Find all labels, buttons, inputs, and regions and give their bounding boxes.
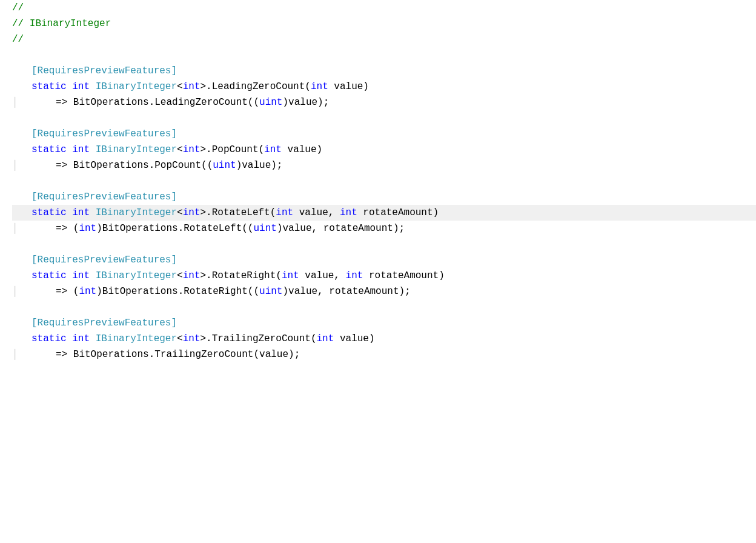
code-line: [12, 47, 756, 63]
code-line: [RequiresPreviewFeatures]: [12, 63, 756, 79]
code-content[interactable]: // // IBinaryInteger // [RequiresPreview…: [0, 0, 756, 543]
code-line: [12, 236, 756, 252]
code-line: static int IBinaryInteger<int>.TrailingZ…: [12, 331, 756, 347]
code-line: [RequiresPreviewFeatures]: [12, 126, 756, 142]
code-line: [RequiresPreviewFeatures]: [12, 315, 756, 331]
code-line: │=> (int)BitOperations.RotateRight((uint…: [12, 284, 756, 299]
code-line: // IBinaryInteger: [12, 16, 756, 32]
code-editor: // // IBinaryInteger // [RequiresPreview…: [0, 0, 756, 543]
code-line: //: [12, 32, 756, 47]
code-line: [RequiresPreviewFeatures]: [12, 189, 756, 205]
code-line: [12, 299, 756, 315]
code-line: static int IBinaryInteger<int>.LeadingZe…: [12, 79, 756, 95]
code-line: [12, 110, 756, 126]
code-line: [RequiresPreviewFeatures]: [12, 252, 756, 268]
code-line: //: [12, 0, 756, 16]
code-line-highlighted: static int IBinaryInteger<int>.RotateLef…: [12, 205, 756, 221]
code-line: static int IBinaryInteger<int>.PopCount(…: [12, 142, 756, 158]
code-line: │=> (int)BitOperations.RotateLeft((uint)…: [12, 221, 756, 236]
code-line: │=> BitOperations.TrailingZeroCount(valu…: [12, 347, 756, 362]
code-line: │=> BitOperations.LeadingZeroCount((uint…: [12, 95, 756, 110]
code-line: static int IBinaryInteger<int>.RotateRig…: [12, 268, 756, 284]
code-line: │=> BitOperations.PopCount((uint)value);: [12, 158, 756, 173]
code-line: [12, 173, 756, 189]
